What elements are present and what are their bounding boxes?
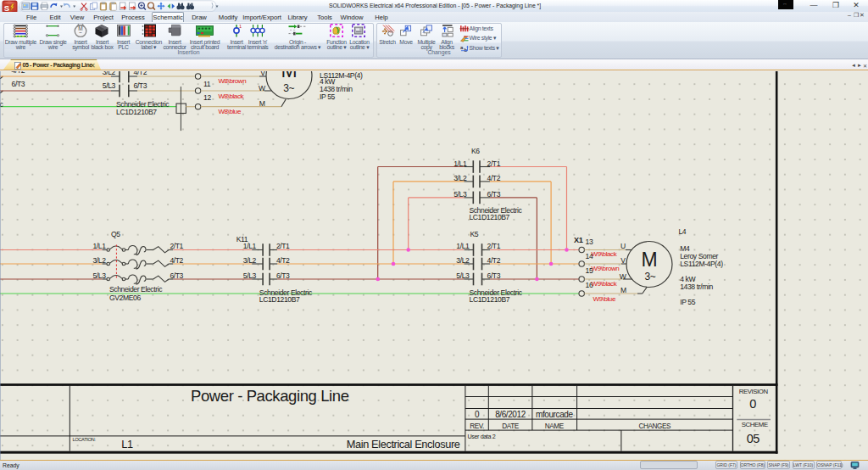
- svg-text:LC1D1210B7: LC1D1210B7: [116, 107, 157, 115]
- svg-text:M: M: [281, 71, 298, 81]
- svg-text:~: ~: [79, 30, 82, 36]
- svg-text:CHANGES: CHANGES: [638, 422, 671, 429]
- svg-text:K6: K6: [471, 147, 480, 155]
- svg-text:13: 13: [586, 237, 593, 245]
- svg-text:6/T3: 6/T3: [170, 271, 183, 279]
- svg-text:1/L1: 1/L1: [243, 241, 257, 249]
- svg-text:W9\black: W9\black: [592, 280, 618, 288]
- svg-text:4/T2: 4/T2: [276, 255, 290, 264]
- svg-text:Main Electrical Enclosure: Main Electrical Enclosure: [347, 437, 460, 450]
- svg-text:4/T2: 4/T2: [487, 173, 501, 182]
- svg-text:a: a: [460, 45, 464, 50]
- svg-text:6/T3: 6/T3: [134, 81, 147, 89]
- svg-text:5/L3: 5/L3: [92, 271, 106, 279]
- svg-text:W9\black: W9\black: [592, 250, 618, 258]
- svg-text:W: W: [620, 271, 627, 280]
- svg-text:M: M: [259, 98, 265, 107]
- svg-text:LC1D1210B7: LC1D1210B7: [470, 295, 510, 304]
- svg-text:8/6/2012: 8/6/2012: [495, 410, 526, 419]
- svg-text:6/T3: 6/T3: [487, 189, 501, 198]
- svg-text:REVISION: REVISION: [739, 387, 768, 394]
- svg-text:4/T2: 4/T2: [134, 71, 147, 76]
- svg-text:0: 0: [749, 397, 756, 411]
- svg-text:NAME: NAME: [545, 422, 565, 429]
- svg-text:2/T1: 2/T1: [170, 241, 183, 249]
- svg-text:3/L2: 3/L2: [453, 173, 467, 182]
- svg-text:X1: X1: [574, 235, 583, 243]
- svg-text:GV2ME06: GV2ME06: [109, 293, 141, 301]
- svg-text:6/T3: 6/T3: [276, 271, 290, 279]
- svg-text:4/T2: 4/T2: [170, 255, 183, 264]
- svg-text:3~: 3~: [645, 270, 656, 282]
- svg-text:Q5: Q5: [111, 229, 120, 238]
- svg-text:mfourcade: mfourcade: [536, 410, 573, 419]
- svg-text:5/L3: 5/L3: [243, 271, 257, 279]
- svg-text:b: b: [465, 48, 468, 53]
- svg-text:W9\blue: W9\blue: [593, 295, 615, 303]
- svg-text:L1: L1: [121, 437, 133, 450]
- svg-text:W8\brown: W8\brown: [218, 77, 246, 85]
- svg-text:3/L2: 3/L2: [103, 71, 116, 76]
- svg-text:W8\blue: W8\blue: [218, 107, 241, 115]
- svg-text:12: 12: [203, 93, 211, 102]
- svg-text:1/L1: 1/L1: [456, 241, 470, 249]
- svg-text:5/L3: 5/L3: [456, 271, 470, 279]
- svg-text:1438 tr/min: 1438 tr/min: [680, 283, 713, 291]
- svg-text:V: V: [260, 71, 265, 77]
- svg-text:REV.: REV.: [470, 422, 484, 429]
- svg-text:2/T1: 2/T1: [276, 241, 290, 249]
- svg-text:W: W: [259, 83, 266, 92]
- svg-text:2/T1: 2/T1: [487, 241, 501, 249]
- svg-text:K5: K5: [470, 230, 479, 238]
- svg-text:L4: L4: [678, 227, 686, 236]
- svg-text:Schneider Electric: Schneider Electric: [109, 285, 163, 294]
- svg-text:M: M: [620, 286, 626, 294]
- svg-text:LC1D1210B7: LC1D1210B7: [259, 295, 300, 304]
- svg-text:3/L2: 3/L2: [243, 255, 257, 264]
- svg-text:2/T1: 2/T1: [487, 159, 501, 167]
- svg-text:W8\black: W8\black: [218, 92, 244, 99]
- svg-text:4 kW: 4 kW: [320, 76, 336, 85]
- svg-text:U: U: [620, 242, 626, 250]
- svg-text:5/L3: 5/L3: [453, 189, 467, 198]
- svg-text:V: V: [620, 256, 626, 265]
- svg-text:0: 0: [475, 410, 480, 419]
- svg-text:4/T2: 4/T2: [12, 71, 25, 75]
- svg-text:1: 1: [239, 24, 242, 29]
- svg-text:LOCATION:: LOCATION:: [72, 437, 96, 442]
- svg-text:1/L1: 1/L1: [453, 159, 467, 167]
- svg-text:6/T3: 6/T3: [487, 271, 501, 279]
- svg-text:Power - Packaging Line: Power - Packaging Line: [191, 386, 349, 404]
- svg-text:IP 55: IP 55: [680, 298, 696, 306]
- svg-text:LS112M-4P(4): LS112M-4P(4): [680, 260, 723, 268]
- svg-text:05: 05: [747, 431, 760, 445]
- svg-text:SCHEME: SCHEME: [742, 420, 768, 428]
- svg-text:User data 2: User data 2: [468, 433, 496, 440]
- svg-text:3/L2: 3/L2: [92, 255, 106, 264]
- svg-text:3~: 3~: [283, 81, 294, 93]
- svg-text:6/T3: 6/T3: [12, 80, 25, 88]
- svg-text:1/L1: 1/L1: [92, 241, 106, 249]
- svg-text:DATE: DATE: [502, 422, 520, 429]
- svg-text:IP 55: IP 55: [320, 92, 336, 100]
- svg-text:M: M: [642, 249, 658, 271]
- svg-text:11: 11: [203, 79, 211, 87]
- svg-text:4/T2: 4/T2: [487, 255, 501, 264]
- svg-text:S: S: [4, 3, 9, 13]
- svg-text:W9\brown: W9\brown: [592, 265, 620, 272]
- svg-text:3/L2: 3/L2: [456, 255, 470, 264]
- svg-text:5/L3: 5/L3: [103, 81, 116, 89]
- svg-text:LC1D1210B7: LC1D1210B7: [469, 213, 509, 221]
